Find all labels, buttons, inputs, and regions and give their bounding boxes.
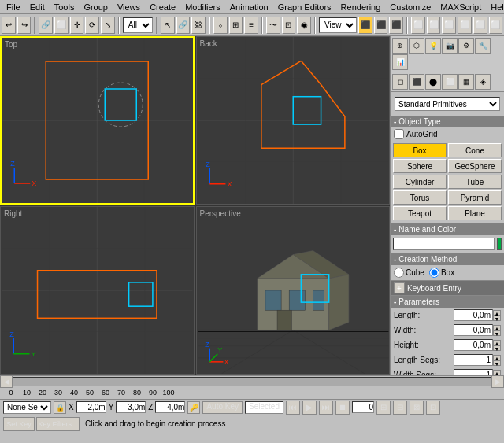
width-spin-down[interactable]: ▼	[493, 330, 501, 336]
view-dropdown[interactable]: View	[319, 17, 357, 33]
panel-btn-7[interactable]: 📊	[392, 54, 408, 70]
menu-rendering[interactable]: Rendering	[336, 2, 386, 13]
menu-help[interactable]: Help	[486, 2, 504, 13]
scale-button[interactable]: ⤡	[101, 17, 115, 34]
object-type-header[interactable]: - Object Type	[391, 116, 504, 127]
width-segs-input[interactable]	[454, 369, 493, 375]
name-input[interactable]	[393, 238, 495, 250]
stop-button[interactable]: ⏹	[335, 401, 350, 415]
menu-tools[interactable]: Tools	[50, 2, 80, 13]
render2-button[interactable]: ⬛	[374, 17, 388, 34]
torus-button[interactable]: Torus	[393, 190, 447, 205]
box-radio-label[interactable]: Box	[429, 268, 454, 278]
sphere-button[interactable]: Sphere	[393, 159, 447, 173]
hscroll-left[interactable]: ◀	[0, 375, 13, 388]
menu-maxscript[interactable]: MAXScript	[435, 2, 486, 13]
menu-file[interactable]: File	[2, 2, 25, 13]
mirror-button[interactable]: ⬦	[213, 17, 228, 34]
length-segs-spin-up[interactable]: ▲	[493, 355, 501, 360]
redo-button[interactable]: ↪	[17, 17, 32, 34]
plane-button[interactable]: Plane	[448, 206, 502, 220]
width-segs-spin-up[interactable]: ▲	[493, 370, 501, 375]
coord-lock-button[interactable]: 🔑	[187, 401, 200, 414]
keyboard-entry-expand[interactable]: +	[394, 282, 405, 293]
extra2-button[interactable]: ⬜	[427, 17, 441, 34]
menu-animation[interactable]: Animation	[225, 2, 273, 13]
view-btn-4[interactable]: ⊡	[426, 401, 440, 415]
geosphere-button[interactable]: GeoSphere	[448, 159, 502, 173]
view-btn-2[interactable]: ⊟	[393, 401, 407, 415]
cylinder-button[interactable]: Cylinder	[393, 175, 447, 189]
color-swatch[interactable]	[497, 238, 502, 250]
autogrid-checkbox[interactable]	[394, 129, 404, 139]
next-frame-button[interactable]: ⏭	[319, 401, 333, 415]
menu-graph-editors[interactable]: Graph Editors	[273, 2, 336, 13]
z-coord-input[interactable]	[155, 401, 185, 413]
play-button[interactable]: ▶	[302, 401, 317, 415]
link-button[interactable]: 🔗	[176, 17, 191, 34]
schematic-button[interactable]: ⊡	[282, 17, 296, 34]
parameters-header[interactable]: - Parameters	[391, 296, 504, 308]
cube-radio[interactable]	[394, 268, 404, 278]
width-spin-up[interactable]: ▲	[493, 325, 501, 330]
y-coord-input[interactable]	[116, 401, 146, 413]
panel-btn-11[interactable]: ⬜	[442, 74, 458, 90]
x-coord-input[interactable]	[76, 401, 106, 413]
extra4-button[interactable]: ⬜	[458, 17, 472, 34]
creation-method-header[interactable]: - Creation Method	[391, 253, 504, 265]
view-btn-1[interactable]: ⊞	[376, 401, 391, 415]
select-filter-dropdown[interactable]: All	[123, 17, 153, 33]
rotate-button[interactable]: ⟳	[85, 17, 99, 34]
height-spin-up[interactable]: ▲	[493, 340, 501, 345]
move-button[interactable]: ✛	[70, 17, 84, 34]
none-se-select[interactable]: None Se	[3, 401, 51, 414]
menu-modifiers[interactable]: Modifiers	[180, 2, 225, 13]
extra1-button[interactable]: ⬜	[411, 17, 425, 34]
teapot-button[interactable]: Teapot	[393, 206, 447, 220]
panel-btn-2[interactable]: ⬡	[409, 38, 424, 54]
selected-button[interactable]: Selected	[245, 401, 284, 414]
key-filters-button[interactable]: Key Filters...	[36, 417, 80, 431]
panel-btn-13[interactable]: ◈	[475, 74, 491, 90]
box-radio[interactable]	[429, 268, 439, 278]
autogrid-checkbox-label[interactable]: AutoGrid	[394, 129, 437, 139]
select-button[interactable]: 🔗	[39, 17, 53, 34]
render3-button[interactable]: ⬛	[389, 17, 403, 34]
name-color-header[interactable]: - Name and Color	[391, 223, 504, 235]
curve-button[interactable]: 〜	[266, 17, 280, 34]
cursor-button[interactable]: ↖	[161, 17, 175, 34]
panel-btn-4[interactable]: 📷	[442, 38, 458, 54]
autokey-button[interactable]: Auto Key	[202, 401, 243, 414]
set-key-button[interactable]: Set Key	[3, 417, 35, 431]
select-region-button[interactable]: ⬜	[54, 17, 69, 34]
prev-frame-button[interactable]: ⏮	[286, 401, 300, 415]
lock-button[interactable]: 🔒	[54, 401, 66, 414]
length-segs-spin-down[interactable]: ▼	[493, 360, 501, 366]
viewport-back[interactable]: Back Z X	[196, 36, 391, 205]
tube-button[interactable]: Tube	[448, 175, 502, 189]
extra5-button[interactable]: ⬜	[473, 17, 487, 34]
cone-button[interactable]: Cone	[448, 143, 502, 157]
panel-btn-9[interactable]: ⬛	[409, 74, 424, 90]
viewport-perspective[interactable]: Perspective	[196, 206, 391, 375]
panel-btn-8[interactable]: ◻	[392, 74, 408, 90]
frame-input[interactable]	[352, 401, 374, 413]
align-button[interactable]: ⊞	[229, 17, 243, 34]
extra6-button[interactable]: ⬜	[489, 17, 503, 34]
length-spin-down[interactable]: ▼	[493, 316, 501, 321]
viewport-top[interactable]: Top Z X	[0, 36, 195, 205]
height-input[interactable]	[454, 339, 493, 351]
menu-group[interactable]: Group	[79, 2, 113, 13]
menu-create[interactable]: Create	[145, 2, 180, 13]
panel-btn-5[interactable]: ⚙	[458, 38, 474, 54]
length-spin-up[interactable]: ▲	[493, 310, 501, 316]
menu-customize[interactable]: Customize	[385, 2, 435, 13]
hscroll-right[interactable]: ▶	[491, 375, 504, 388]
extra3-button[interactable]: ⬜	[442, 17, 456, 34]
panel-btn-10[interactable]: ⬤	[425, 74, 441, 90]
primitives-dropdown[interactable]: Standard Primitives	[395, 97, 500, 111]
box-button[interactable]: Box	[393, 143, 447, 157]
cube-radio-label[interactable]: Cube	[394, 268, 424, 278]
height-spin-down[interactable]: ▼	[493, 345, 501, 351]
material-button[interactable]: ◉	[297, 17, 311, 34]
